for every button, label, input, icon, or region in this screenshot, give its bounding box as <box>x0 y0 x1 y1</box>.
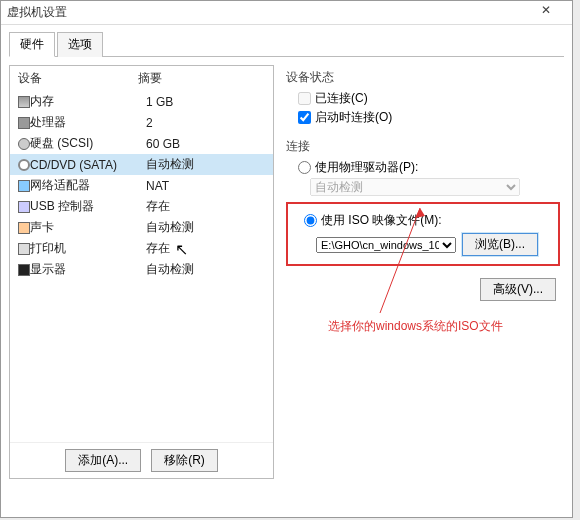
device-row-4[interactable]: 网络适配器NAT <box>10 175 273 196</box>
iso-label: 使用 ISO 映像文件(M): <box>321 212 442 229</box>
add-button[interactable]: 添加(A)... <box>65 449 141 472</box>
device-name: 网络适配器 <box>30 177 146 194</box>
connected-label: 已连接(C) <box>315 90 368 107</box>
connect-start-checkbox[interactable]: 启动时连接(O) <box>298 109 560 126</box>
device-name: 打印机 <box>30 240 146 257</box>
disp-icon <box>18 264 30 276</box>
tab-hardware[interactable]: 硬件 <box>9 32 55 57</box>
physical-radio-input[interactable] <box>298 161 311 174</box>
device-value: 自动检测 <box>146 261 194 278</box>
physical-drive-select: 自动检测 <box>310 178 520 196</box>
device-value: 自动检测 <box>146 156 194 173</box>
connect-start-input[interactable] <box>298 111 311 124</box>
device-name: 内存 <box>30 93 146 110</box>
settings-panel: 设备状态 已连接(C) 启动时连接(O) 连接 使用物理驱动器(P): 自动检测 <box>282 65 564 479</box>
device-status-group: 设备状态 已连接(C) 启动时连接(O) <box>286 69 560 126</box>
device-row-5[interactable]: USB 控制器存在 <box>10 196 273 217</box>
connect-start-label: 启动时连接(O) <box>315 109 392 126</box>
close-icon[interactable]: ✕ <box>526 3 566 23</box>
highlighted-iso-box: 使用 ISO 映像文件(M): E:\GHO\cn_windows_10_bu … <box>286 202 560 266</box>
device-row-6[interactable]: 声卡自动检测 <box>10 217 273 238</box>
use-physical-radio[interactable]: 使用物理驱动器(P): <box>298 159 560 176</box>
iso-path-select[interactable]: E:\GHO\cn_windows_10_bu <box>316 237 456 253</box>
physical-label: 使用物理驱动器(P): <box>315 159 418 176</box>
vm-settings-dialog: 虚拟机设置 ✕ 硬件 选项 设备 摘要 内存1 GB处理器2硬盘 (SCSI)6… <box>0 0 573 518</box>
connected-input <box>298 92 311 105</box>
tab-options[interactable]: 选项 <box>57 32 103 57</box>
cpu-icon <box>18 117 30 129</box>
use-iso-radio[interactable]: 使用 ISO 映像文件(M): <box>304 212 554 229</box>
browse-button[interactable]: 浏览(B)... <box>462 233 538 256</box>
prn-icon <box>18 243 30 255</box>
device-value: NAT <box>146 179 169 193</box>
device-value: 存在 <box>146 198 170 215</box>
col-device: 设备 <box>18 70 138 87</box>
iso-row: E:\GHO\cn_windows_10_bu 浏览(B)... <box>316 233 554 256</box>
device-row-8[interactable]: 显示器自动检测 <box>10 259 273 280</box>
col-summary: 摘要 <box>138 70 162 87</box>
device-list[interactable]: 内存1 GB处理器2硬盘 (SCSI)60 GBCD/DVD (SATA)自动检… <box>10 91 273 442</box>
device-value: 60 GB <box>146 137 180 151</box>
device-value: 自动检测 <box>146 219 194 236</box>
status-title: 设备状态 <box>286 69 560 86</box>
connected-checkbox[interactable]: 已连接(C) <box>298 90 560 107</box>
connection-title: 连接 <box>286 138 560 155</box>
device-row-1[interactable]: 处理器2 <box>10 112 273 133</box>
device-row-2[interactable]: 硬盘 (SCSI)60 GB <box>10 133 273 154</box>
remove-button[interactable]: 移除(R) <box>151 449 218 472</box>
connection-group: 连接 使用物理驱动器(P): 自动检测 使用 ISO 映像文件(M): E: <box>286 138 560 266</box>
device-name: 处理器 <box>30 114 146 131</box>
device-list-header: 设备 摘要 <box>10 66 273 91</box>
disk-icon <box>18 138 30 150</box>
mem-icon <box>18 96 30 108</box>
titlebar: 虚拟机设置 ✕ <box>1 1 572 25</box>
device-name: 显示器 <box>30 261 146 278</box>
net-icon <box>18 180 30 192</box>
advanced-row: 高级(V)... <box>286 278 560 301</box>
device-value: 2 <box>146 116 153 130</box>
device-name: 声卡 <box>30 219 146 236</box>
device-value: 1 GB <box>146 95 173 109</box>
device-row-0[interactable]: 内存1 GB <box>10 91 273 112</box>
device-buttons: 添加(A)... 移除(R) <box>10 442 273 478</box>
device-name: CD/DVD (SATA) <box>30 158 146 172</box>
usb-icon <box>18 201 30 213</box>
device-panel: 设备 摘要 内存1 GB处理器2硬盘 (SCSI)60 GBCD/DVD (SA… <box>9 65 274 479</box>
iso-radio-input[interactable] <box>304 214 317 227</box>
device-value: 存在 <box>146 240 170 257</box>
snd-icon <box>18 222 30 234</box>
device-name: 硬盘 (SCSI) <box>30 135 146 152</box>
advanced-button[interactable]: 高级(V)... <box>480 278 556 301</box>
device-row-3[interactable]: CD/DVD (SATA)自动检测 <box>10 154 273 175</box>
tab-strip: 硬件 选项 <box>9 31 564 57</box>
cd-icon <box>18 159 30 171</box>
device-name: USB 控制器 <box>30 198 146 215</box>
device-row-7[interactable]: 打印机存在 <box>10 238 273 259</box>
dialog-title: 虚拟机设置 <box>7 4 526 21</box>
dialog-body: 设备 摘要 内存1 GB处理器2硬盘 (SCSI)60 GBCD/DVD (SA… <box>1 57 572 487</box>
